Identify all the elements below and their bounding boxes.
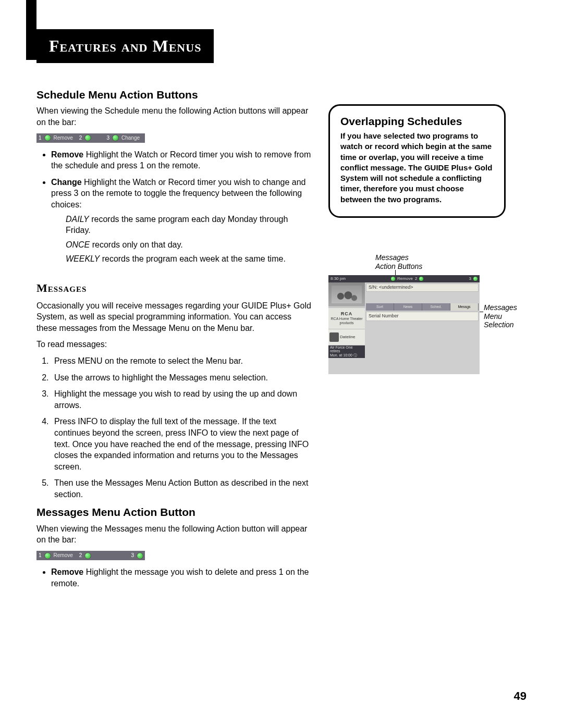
bar1-label1: Remove [54, 134, 73, 142]
once-line: ONCE records only on that day. [66, 239, 313, 251]
ss-bar-n3: 3 [469, 276, 471, 281]
messages-intro: Occasionally you will receive messages r… [36, 300, 313, 334]
ss-rca-tagline: RCA Home Theater products [328, 317, 365, 325]
bar1-label3: Change [121, 134, 140, 142]
ss-tab-sort: Sort [366, 303, 394, 311]
once-label: ONCE [66, 240, 90, 249]
ss-dot3-icon [473, 277, 478, 281]
bar2-dot3-icon [137, 553, 143, 559]
bar1-num2: 2 [79, 134, 82, 142]
page-number: 49 [514, 689, 527, 703]
ss-bar-n2: 2 [415, 276, 417, 281]
bar2-dot1-icon [45, 553, 51, 559]
remove-label: Remove [51, 150, 83, 159]
fig-label-menu-selection: Messages Menu Selection [484, 303, 531, 329]
ss-logo-tile: RCA RCA Home Theater products [328, 307, 365, 329]
step-5: Then use the Messages Menu Action Button… [51, 477, 313, 500]
ss-bar-l1: Remove [397, 276, 413, 281]
ss-menu-tabs: Sort News Sched. Messgs [366, 303, 479, 311]
change-text: Highlight the Watch or Record timer you … [51, 178, 306, 209]
remove-bullet: Remove Highlight the Watch or Record tim… [51, 149, 313, 171]
step-2: Use the arrows to highlight the Messages… [51, 372, 313, 384]
bar1-dot1-icon [45, 135, 51, 141]
messages-screenshot: 8:30 pm Remove 2 3 [328, 275, 480, 374]
chapter-side-bar [26, 0, 36, 60]
daily-text: records the same program each day Monday… [66, 215, 288, 235]
step-3: Highlight the message you wish to read b… [51, 388, 313, 411]
messages-heading: Messages [36, 280, 313, 296]
bar1-dot2-icon [85, 135, 91, 141]
remove-text: Highlight the Watch or Record timer you … [51, 150, 311, 170]
ss-dot1-icon [391, 277, 395, 281]
ss-message-row: Serial Number [366, 312, 479, 321]
ss-program-tile: Dateline [328, 329, 365, 346]
ss-serial-field: S/N: <undetermined> [366, 283, 479, 292]
schedule-action-heading: Schedule Menu Action Buttons [36, 88, 313, 102]
ss-dot2-icon [419, 277, 423, 281]
bar1-dot3-icon [113, 135, 118, 141]
weekly-label: WEEKLY [66, 254, 100, 263]
bar1-num1: 1 [39, 134, 42, 142]
bar1-num3: 3 [106, 134, 109, 142]
bar2-label1: Remove [54, 552, 73, 559]
overlap-body: If you have selected two programs to wat… [340, 131, 494, 205]
change-label: Change [51, 178, 82, 187]
messages-action-intro: When viewing the Messages menu the follo… [36, 523, 313, 546]
messages-action-heading: Messages Menu Action Button [36, 505, 313, 520]
weekly-line: WEEKLY records the program each week at … [66, 253, 313, 265]
bar2-dot2-icon [85, 553, 91, 559]
weekly-text: records the program each week at the sam… [100, 254, 286, 263]
ss-time: 8:30 pm [331, 276, 346, 281]
ss-action-bar: 8:30 pm Remove 2 3 [328, 275, 480, 282]
ss-rca-logo: RCA [341, 312, 353, 317]
ss-tab-news: News [394, 303, 422, 311]
daily-line: DAILY records the same program each day … [66, 214, 313, 236]
ss-footer: Air Force One retires Mon. at 10:00 ⓘ [328, 346, 365, 358]
messages-figure: Messages Action Buttons Messages Menu Se… [328, 275, 527, 374]
fig-label-action-buttons: Messages Action Buttons [375, 253, 438, 271]
bar2-num2: 2 [79, 552, 82, 559]
overlap-callout: Overlapping Schedules If you have select… [328, 104, 506, 218]
ss-video-preview [328, 282, 365, 306]
ss-tab-messages: Messgs [450, 303, 479, 311]
ss-left-panel: RCA RCA Home Theater products Dateline A… [328, 307, 365, 374]
ss-foot-line2: Mon. at 10:00 ⓘ [330, 353, 363, 358]
bar2-num1: 1 [39, 552, 42, 559]
mm-remove-text: Highlight the message you wish to delete… [51, 567, 309, 588]
schedule-intro: When viewing the Schedule menu the follo… [36, 105, 313, 128]
messages-action-bar: 1 Remove 2 3 [36, 551, 145, 560]
ss-foot-line1: Air Force One retires [330, 346, 363, 353]
side-column: Overlapping Schedules If you have select… [328, 83, 527, 594]
step-4: Press INFO to display the full text of t… [51, 416, 313, 472]
ss-program-thumb-icon [329, 332, 339, 342]
ss-tab-sched: Sched. [422, 303, 450, 311]
overlap-heading: Overlapping Schedules [340, 115, 494, 128]
mm-remove-label: Remove [51, 567, 83, 576]
ss-program-name: Dateline [340, 335, 355, 339]
main-column: Schedule Menu Action Buttons When viewin… [36, 83, 313, 594]
messages-lead: To read messages: [36, 339, 313, 350]
once-text: records only on that day. [90, 240, 182, 249]
schedule-action-bar: 1 Remove 2 3 Change [36, 133, 145, 143]
step-1: Press MENU on the remote to select the M… [51, 355, 313, 367]
chapter-title: Features and Menus [36, 29, 214, 63]
mm-remove-bullet: Remove Highlight the message you wish to… [51, 566, 313, 589]
daily-label: DAILY [66, 215, 89, 224]
change-bullet: Change Highlight the Watch or Record tim… [51, 177, 313, 265]
bar2-num3: 3 [131, 552, 134, 559]
